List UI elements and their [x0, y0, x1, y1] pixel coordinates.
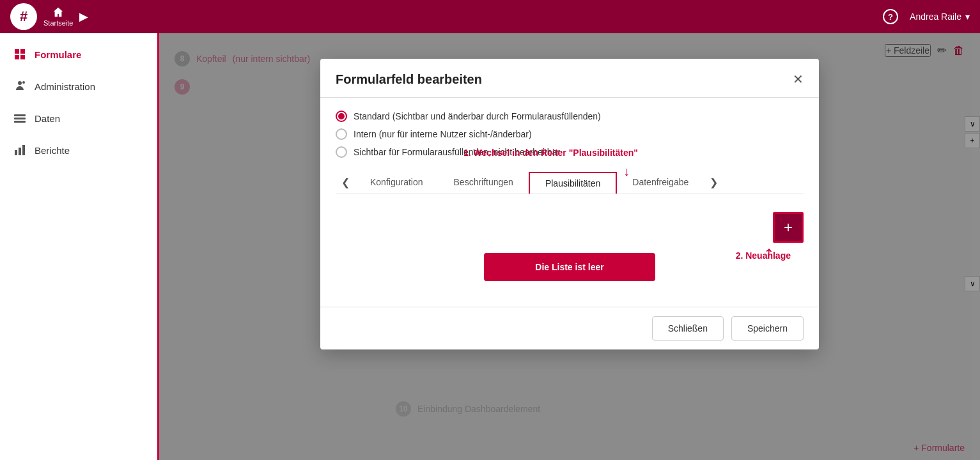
sidebar-item-administration[interactable]: Administration — [0, 70, 157, 102]
tabs-annotation-area: 1. Wechsel in den Reiter "Plausibilitäte… — [336, 171, 804, 194]
modal-body: Standard (Sichtbar und änderbar durch Fo… — [320, 98, 819, 307]
tab-konfiguration[interactable]: Konfiguration — [355, 172, 439, 192]
tab-beschriftungen[interactable]: Beschriftungen — [439, 172, 529, 192]
tab-plausibilitaeten[interactable]: Plausibilitäten — [529, 172, 617, 194]
berichte-icon — [13, 143, 27, 157]
home-icon — [52, 6, 64, 18]
radio-standard[interactable]: Standard (Sichtbar und änderbar durch Fo… — [336, 111, 804, 122]
annotation-1-arrow: ↓ — [623, 164, 630, 179]
sidebar-item-formulare[interactable]: Formulare — [0, 38, 157, 70]
new-plausibility-button[interactable]: + — [773, 212, 804, 243]
main-content: 8 Kopfteil (nur intern sichtbar) 9 + Fel… — [159, 33, 980, 460]
topnav-right: ? Andrea Raile ▾ — [883, 9, 970, 24]
app-body: Formulare Administration Daten Berichte … — [0, 33, 980, 460]
svg-rect-3 — [20, 55, 25, 59]
empty-list-area: Die Liste ist leer — [336, 253, 804, 281]
radio-intern[interactable]: Intern (nur für interne Nutzer sicht-/än… — [336, 128, 804, 140]
radio-intern-circle — [336, 128, 347, 140]
modal-dialog: Formularfeld bearbeiten ✕ Standard (Sich… — [320, 59, 819, 349]
schliessen-button[interactable]: Schließen — [652, 316, 724, 341]
plus-button-area: 2. Neuanlage ↗ + — [336, 212, 804, 243]
sidebar-item-berichte[interactable]: Berichte — [0, 134, 157, 166]
svg-rect-2 — [15, 55, 19, 59]
tabs-row: ❮ Konfiguration Beschriftungen Plausibil… — [336, 171, 804, 194]
daten-icon — [13, 111, 27, 125]
svg-rect-1 — [20, 49, 25, 54]
svg-rect-6 — [14, 118, 26, 119]
formulare-icon — [13, 47, 27, 61]
annotation-1-text: 1. Wechsel in den Reiter "Plausibilitäte… — [463, 148, 638, 158]
radio-sichtbar-circle — [336, 146, 347, 158]
app-logo: # — [10, 3, 37, 30]
home-button[interactable]: Startseite — [43, 6, 73, 27]
top-navigation: # Startseite ▶ ? Andrea Raile ▾ — [0, 0, 980, 33]
sidebar: Formulare Administration Daten Berichte — [0, 33, 159, 460]
tab-datenfreigabe[interactable]: Datenfreigabe — [617, 172, 704, 192]
modal-header: Formularfeld bearbeiten ✕ — [320, 59, 819, 98]
radio-standard-circle — [336, 111, 347, 122]
svg-rect-0 — [15, 49, 19, 54]
user-menu[interactable]: Andrea Raile ▾ — [910, 12, 970, 22]
modal-close-button[interactable]: ✕ — [793, 72, 804, 87]
modal-title: Formularfeld bearbeiten — [336, 72, 482, 87]
sidebar-item-daten[interactable]: Daten — [0, 102, 157, 134]
empty-list-button: Die Liste ist leer — [484, 253, 655, 281]
help-button[interactable]: ? — [883, 9, 898, 24]
svg-rect-8 — [15, 150, 17, 155]
svg-rect-5 — [14, 114, 26, 116]
speichern-button[interactable]: Speichern — [731, 316, 804, 341]
modal-overlay: Formularfeld bearbeiten ✕ Standard (Sich… — [159, 33, 980, 460]
svg-point-4 — [22, 81, 25, 84]
svg-rect-10 — [22, 145, 25, 155]
tab-next-arrow[interactable]: ❯ — [704, 171, 723, 194]
svg-rect-7 — [14, 121, 26, 123]
tab-prev-arrow[interactable]: ❮ — [336, 171, 355, 194]
modal-footer: Schließen Speichern — [320, 307, 819, 349]
svg-rect-9 — [19, 148, 21, 155]
settings-nav-icon[interactable]: ▶ — [79, 10, 88, 24]
administration-icon — [13, 79, 27, 93]
tab-content-plausibilitaeten: 2. Neuanlage ↗ + Die Liste ist leer — [336, 199, 804, 294]
topnav-left: # Startseite ▶ — [10, 3, 88, 30]
